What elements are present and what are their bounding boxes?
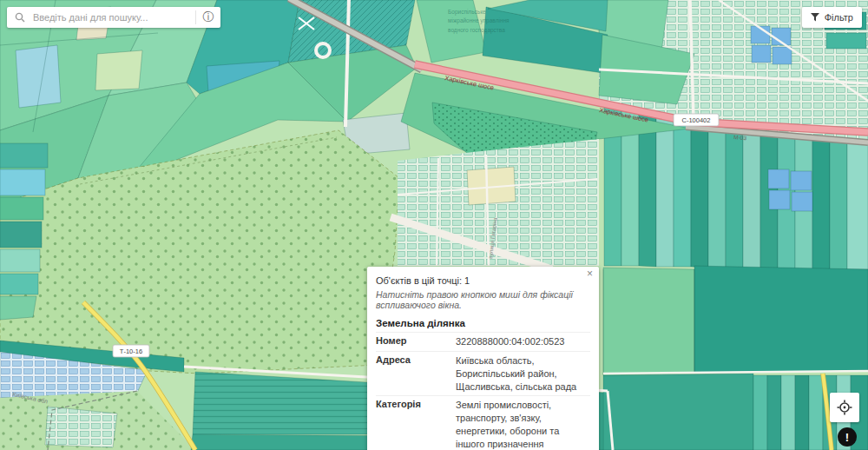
alert-badge[interactable]: ! <box>838 427 857 447</box>
svg-text:С-100402: С-100402 <box>682 116 711 124</box>
popup-row-number: Номер 3220888000:04:002:0523 <box>376 332 590 351</box>
search-bar[interactable]: ⓘ <box>7 7 220 28</box>
m03-label: М-03 <box>733 134 747 141</box>
field-value: Київська область, Бориспільський район, … <box>456 354 590 394</box>
field-label: Категорія <box>376 399 456 450</box>
search-input[interactable] <box>31 11 195 23</box>
center-settlement <box>398 139 599 266</box>
popup-hint: Натисніть правою кнопкою миші для фіксац… <box>376 289 590 310</box>
field-label: Номер <box>376 335 456 348</box>
crosshair-icon <box>837 400 852 415</box>
geolocate-button[interactable] <box>830 393 859 422</box>
filter-button[interactable]: Фільтр <box>802 7 862 28</box>
popup-section-title: Земельна ділянка <box>376 318 590 332</box>
field-label: Адреса <box>376 354 456 394</box>
map-stage: Харківське шосе Харківське шосе М-03 С-1… <box>0 0 868 450</box>
objects-count-line: Об'єктів в цій точці: 1 <box>376 275 590 286</box>
field-value: Землі промисловості, транспорту, зв'язку… <box>456 399 590 450</box>
popup-row-address: Адреса Київська область, Бориспільський … <box>376 351 590 396</box>
filter-icon <box>811 13 819 22</box>
popup-close-icon[interactable]: × <box>587 268 593 279</box>
parcel-info-popup: × Об'єктів в цій точці: 1 Натисніть прав… <box>367 267 599 450</box>
alert-icon: ! <box>845 431 849 444</box>
search-icon <box>15 12 25 23</box>
filter-label: Фільтр <box>825 12 853 23</box>
field-value: 3220888000:04:002:0523 <box>456 335 590 348</box>
svg-text:Т-10-16: Т-10-16 <box>120 347 142 355</box>
popup-row-category: Категорія Землі промисловості, транспорт… <box>376 395 590 450</box>
search-info-icon[interactable]: ⓘ <box>196 7 220 28</box>
c100402-badge: С-100402 <box>674 114 719 126</box>
t1016-badge: Т-10-16 <box>113 345 149 357</box>
